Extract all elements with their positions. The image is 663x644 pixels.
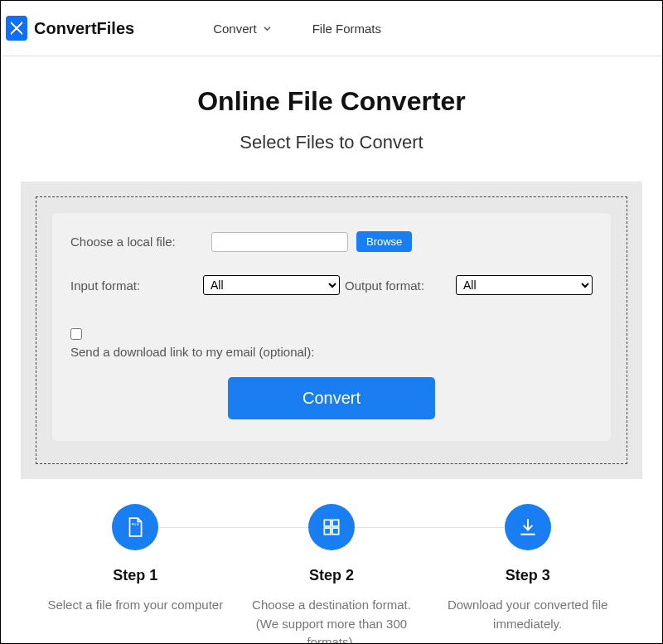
page-subtitle: Select Files to Convert [21,132,642,153]
nav-convert-label: Convert [213,22,257,36]
nav-formats-label: File Formats [312,22,381,36]
row-formats: Input format: All Output format: All [70,275,593,295]
file-icon: FILE [112,504,158,550]
step-3-title: Step 3 [433,567,623,584]
svg-rect-2 [332,520,339,526]
file-path-input[interactable] [211,232,348,252]
label-choose-file: Choose a local file: [70,235,203,249]
label-input-format: Input format: [70,278,203,293]
convert-button[interactable]: Convert [228,377,435,419]
email-checkbox[interactable] [70,328,82,340]
label-email: Send a download link to my email (option… [70,345,593,359]
step-1-desc: Select a file from your computer [40,596,230,615]
input-format-select[interactable]: All [203,275,340,295]
step-2-desc: Choose a destination format. (We support… [236,596,427,644]
convert-button-wrap: Convert [70,377,593,419]
dropzone[interactable]: Choose a local file: Browse Input format… [36,196,627,464]
logo[interactable]: ConvertFiles [4,16,134,41]
grid-icon [308,504,355,550]
row-email: Send a download link to my email (option… [70,328,593,359]
steps: FILE Step 1 Select a file from your comp… [21,504,642,644]
nav: Convert File Formats [213,22,381,36]
svg-rect-1 [324,520,331,526]
row-choose-file: Choose a local file: Browse [70,231,593,252]
svg-text:FILE: FILE [132,522,139,526]
label-output-format: Output format: [345,278,424,293]
main: Online File Converter Select Files to Co… [1,56,662,644]
chevron-down-icon [264,25,271,32]
converter-panel: Choose a local file: Browse Input format… [51,212,612,442]
page-title: Online File Converter [21,86,642,117]
header: ConvertFiles Convert File Formats [1,1,662,56]
download-icon [505,504,551,550]
converter-area: Choose a local file: Browse Input format… [21,182,642,479]
step-1-title: Step 1 [40,567,230,584]
logo-text: ConvertFiles [34,19,134,38]
step-2: Step 2 Choose a destination format. (We … [236,504,427,644]
svg-rect-4 [332,528,339,535]
step-3: Step 3 Download your converted file imme… [433,504,623,644]
step-1: FILE Step 1 Select a file from your comp… [40,504,230,644]
nav-file-formats[interactable]: File Formats [312,22,381,36]
browse-button[interactable]: Browse [356,231,412,252]
logo-icon [6,16,27,41]
output-format-select[interactable]: All [456,275,593,295]
nav-convert[interactable]: Convert [213,22,271,36]
step-3-desc: Download your converted file immediately… [433,596,623,633]
step-2-title: Step 2 [236,567,427,584]
svg-rect-3 [324,528,331,535]
